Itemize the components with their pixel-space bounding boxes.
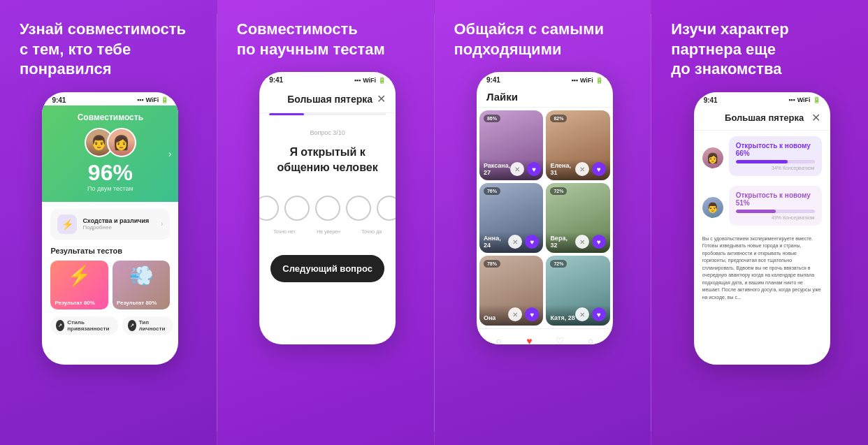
time-1: 9:41 xyxy=(52,96,66,104)
compat-sub: По двум тестам xyxy=(87,185,133,192)
char-trait-fill-2 xyxy=(736,210,776,213)
compat-card-sub: Подробнее xyxy=(82,224,155,231)
like-reject-6[interactable]: ✕ xyxy=(575,307,589,321)
char-title: Большая пятерка xyxy=(718,112,811,123)
status-icons-4: ▪▪▪WiFi🔋 xyxy=(788,96,820,103)
nav-home-icon[interactable]: ○ xyxy=(491,333,507,344)
quiz-title: Большая пятерка xyxy=(283,94,377,105)
like-actions-1: ✕ ♥ xyxy=(510,162,541,176)
char-user-row-2: 👨 Открытость к новому 51% 49% Консервати… xyxy=(702,186,822,230)
like-card-4[interactable]: 72% Вера, 32 ✕ ♥ xyxy=(546,183,610,253)
like-card-6[interactable]: 72% Катя, 28 ✕ ♥ xyxy=(546,256,610,326)
like-accept-3[interactable]: ♥ xyxy=(525,235,539,249)
like-name-3: Анна, 24 xyxy=(484,235,509,249)
phone-1: 9:41 ▪▪▪WiFi🔋 Совместимость 👨 👩 96% По д… xyxy=(42,92,178,365)
like-name-1: Раксана, 27 xyxy=(484,162,510,176)
tag-2[interactable]: ↗ Тип личности xyxy=(122,316,174,335)
time-4: 9:41 xyxy=(704,96,718,104)
status-icons-1: ▪▪▪WiFi🔋 xyxy=(137,96,169,103)
like-accept-5[interactable]: ♥ xyxy=(525,307,539,321)
char-user-row-1: 👩 Открытость к новому 66% 34% Консервати… xyxy=(702,136,822,180)
chevron-right-icon: › xyxy=(161,220,163,228)
char-trait-card-1: Открытость к новому 66% 34% Консерватизм xyxy=(729,136,822,176)
quiz-question-num: Вопрос 3/10 xyxy=(310,129,345,136)
nav-heart-icon[interactable]: ♥ xyxy=(522,333,537,344)
like-card-3[interactable]: 76% Анна, 24 ✕ ♥ xyxy=(479,183,544,253)
like-reject-3[interactable]: ✕ xyxy=(508,235,522,249)
like-reject-1[interactable]: ✕ xyxy=(510,162,524,176)
compat-card[interactable]: ⚡ Сходства и различия Подробнее › xyxy=(50,209,170,240)
avatar-female: 👩 xyxy=(107,128,136,157)
char-trait-sub-2: 49% Консерватизм xyxy=(736,215,815,220)
compat-screen-title: Совместимость xyxy=(78,112,143,122)
char-trait-bar-2 xyxy=(736,210,815,213)
like-actions-6: ✕ ♥ xyxy=(575,307,606,321)
char-trait-title-2: Открытость к новому 51% xyxy=(736,191,815,207)
like-overlay-1: Раксана, 27 ✕ ♥ xyxy=(479,159,544,180)
bottom-tags: ↗ Стиль привязанности ↗ Тип личности xyxy=(50,316,170,335)
like-actions-5: ✕ ♥ xyxy=(508,307,539,321)
like-badge-4: 72% xyxy=(550,187,567,195)
char-text-block: Вы с удовольствием экспериментируете вме… xyxy=(702,235,822,302)
result-label-2: Результат 80% xyxy=(117,300,157,306)
quiz-dot-6[interactable] xyxy=(377,196,396,221)
tag-label-2: Тип личности xyxy=(139,319,168,332)
status-bar-3: 9:41 ▪▪▪WiFi🔋 xyxy=(477,72,613,85)
like-actions-2: ✕ ♥ xyxy=(575,162,606,176)
like-name-2: Елена, 31 xyxy=(550,162,575,176)
compat-body: ⚡ Сходства и различия Подробнее › Резуль… xyxy=(42,202,178,342)
compat-header: Совместимость 👨 👩 96% По двум тестам › xyxy=(42,105,178,202)
panel-4: Изучи характерпартнера ещедо знакомства … xyxy=(651,0,868,445)
char-avatar-2: 👨 xyxy=(702,197,723,218)
quiz-next-button[interactable]: Следующий вопрос xyxy=(270,255,384,282)
quiz-dot-5[interactable] xyxy=(346,196,371,221)
nav-chat-icon[interactable]: ♡ xyxy=(552,333,567,344)
like-accept-2[interactable]: ♥ xyxy=(592,162,606,176)
bottom-nav-3: ○ ♥ ♡ ○ xyxy=(477,328,613,344)
tag-dot-1: ↗ xyxy=(56,320,64,331)
char-trait-fill-1 xyxy=(736,160,788,163)
status-bar-4: 9:41 ▪▪▪WiFi🔋 xyxy=(694,92,830,105)
like-card-5[interactable]: 78% Она ✕ ♥ xyxy=(479,256,544,326)
tag-1[interactable]: ↗ Стиль привязанности xyxy=(50,316,117,335)
likes-grid: 86% Раксана, 27 ✕ ♥ 82% Елена, 31 ✕ ♥ xyxy=(477,108,613,328)
char-trait-card-2: Открытость к новому 51% 49% Консерватизм xyxy=(729,186,822,226)
like-accept-6[interactable]: ♥ xyxy=(592,307,606,321)
compat-arrow-icon[interactable]: › xyxy=(168,148,172,159)
phone-2: 9:41 ▪▪▪WiFi🔋 Большая пятерка ✕ Вопрос 3… xyxy=(259,72,396,344)
status-icons-3: ▪▪▪WiFi🔋 xyxy=(571,77,603,84)
like-accept-1[interactable]: ♥ xyxy=(527,162,541,176)
compat-percent: 96% xyxy=(88,161,133,184)
result-card-1: ⚡ Результат 80% xyxy=(50,261,108,309)
like-actions-3: ✕ ♥ xyxy=(508,235,539,249)
status-bar-1: 9:41 ▪▪▪WiFi🔋 xyxy=(42,92,178,105)
result-emoji-1: ⚡ xyxy=(67,264,92,287)
time-2: 9:41 xyxy=(269,76,283,84)
status-bar-2: 9:41 ▪▪▪WiFi🔋 xyxy=(259,72,396,85)
like-reject-5[interactable]: ✕ xyxy=(508,307,522,321)
quiz-scale xyxy=(259,196,396,221)
panel-4-title: Изучи характерпартнера ещедо знакомства xyxy=(671,20,788,80)
like-accept-4[interactable]: ♥ xyxy=(592,235,606,249)
char-close-icon[interactable]: ✕ xyxy=(811,111,820,124)
char-header: Большая пятерка ✕ xyxy=(694,105,830,131)
like-badge-5: 78% xyxy=(484,260,500,268)
like-overlay-4: Вера, 32 ✕ ♥ xyxy=(546,232,610,253)
quiz-dot-3[interactable] xyxy=(284,196,310,221)
like-card-1[interactable]: 86% Раксана, 27 ✕ ♥ xyxy=(479,110,544,180)
like-reject-2[interactable]: ✕ xyxy=(575,162,589,176)
like-card-2[interactable]: 82% Елена, 31 ✕ ♥ xyxy=(546,110,610,180)
quiz-question-text: Я открытый к общению человек xyxy=(270,145,384,175)
tag-label-1: Стиль привязанности xyxy=(67,319,112,332)
like-name-6: Катя, 28 xyxy=(550,314,574,321)
likes-title: Лайки xyxy=(486,91,518,103)
quiz-dot-2[interactable] xyxy=(259,196,279,221)
compat-avatars: 👨 👩 xyxy=(85,128,136,157)
quiz-dot-4[interactable] xyxy=(315,196,340,221)
char-trait-sub-1: 34% Консерватизм xyxy=(736,166,815,170)
like-reject-4[interactable]: ✕ xyxy=(575,235,589,249)
nav-profile-icon[interactable]: ○ xyxy=(583,333,598,344)
face-female-icon: 👩 xyxy=(108,129,135,156)
quiz-close-icon[interactable]: ✕ xyxy=(377,92,386,105)
compat-card-text: Сходства и различия Подробнее xyxy=(82,217,155,231)
